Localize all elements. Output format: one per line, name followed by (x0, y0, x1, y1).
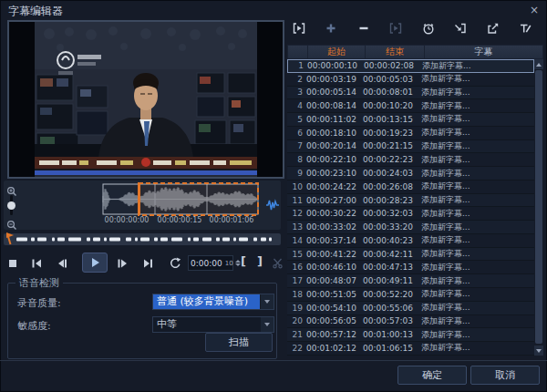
table-row[interactable]: 1400:00:37:1400:00:40:23添加新字幕... (287, 234, 534, 248)
time-value: 0:00:00 (191, 259, 222, 268)
subtitle-text-options-icon[interactable] (518, 21, 532, 36)
next-frame-button[interactable] (117, 258, 129, 269)
row-subtitle-text[interactable]: 添加新字幕... (421, 194, 534, 206)
timeline-scrubber[interactable] (4, 233, 281, 245)
subtitle-toolbar (292, 19, 532, 37)
row-subtitle-text[interactable]: 添加新字幕... (421, 140, 534, 152)
table-row[interactable]: 100:00:00:1000:00:02:08添加新字幕... (287, 59, 534, 73)
time-stepper[interactable] (235, 260, 241, 266)
play-button[interactable] (82, 253, 108, 273)
audio-waveform[interactable] (16, 182, 264, 216)
row-number: 17 (287, 276, 306, 285)
scrollbar-thumb[interactable] (535, 70, 542, 344)
scroll-up-icon[interactable] (534, 59, 543, 69)
slider-handle[interactable] (7, 201, 15, 210)
row-end-time: 00:00:47:13 (363, 263, 421, 272)
chevron-down-icon[interactable] (261, 317, 274, 332)
table-row[interactable]: 400:00:08:1400:00:10:20添加新字幕... (287, 99, 534, 113)
row-subtitle-text[interactable]: 添加新字幕... (421, 234, 534, 246)
table-row[interactable]: 700:00:20:1400:00:21:15添加新字幕... (287, 140, 534, 154)
row-subtitle-text[interactable]: 添加新字幕... (421, 262, 534, 273)
waveform-zoom-slider[interactable] (10, 195, 13, 215)
row-start-time: 00:00:24:22 (306, 182, 363, 191)
cancel-button[interactable]: 取消 (470, 366, 540, 385)
import-subtitle-file-icon[interactable] (453, 21, 468, 36)
row-subtitle-text[interactable]: 添加新字幕... (421, 302, 534, 314)
row-subtitle-text[interactable]: 添加新字幕... (421, 222, 534, 233)
table-row[interactable]: 2000:00:56:0500:00:57:03添加新字幕... (287, 315, 534, 329)
table-row[interactable]: 1900:00:54:1000:00:55:06添加新字幕... (287, 302, 534, 315)
row-subtitle-text[interactable]: 添加新字幕... (421, 87, 534, 98)
delete-subtitle-icon[interactable] (356, 21, 371, 36)
row-subtitle-text[interactable]: 添加新字幕... (421, 73, 534, 85)
row-end-time: 00:00:13:15 (363, 115, 421, 124)
table-row[interactable]: 300:00:05:1400:00:08:01添加新字幕... (287, 87, 534, 100)
row-number: 16 (287, 263, 306, 272)
table-row[interactable]: 500:00:11:0200:00:13:15添加新字幕... (287, 113, 534, 127)
cut-scissors-icon[interactable] (272, 257, 284, 269)
row-start-time: 00:00:23:10 (306, 169, 363, 178)
table-row[interactable]: 1800:00:51:0500:00:52:20添加新字幕... (287, 288, 534, 302)
row-subtitle-text[interactable]: 添加新字幕... (421, 275, 534, 287)
scroll-down-icon[interactable] (534, 346, 543, 356)
previous-frame-button[interactable] (57, 258, 68, 269)
sensitivity-select[interactable]: 中等 (152, 316, 274, 333)
row-subtitle-text[interactable]: 添加新字幕... (421, 315, 534, 327)
row-subtitle-text[interactable]: 添加新字幕... (421, 288, 534, 300)
table-row[interactable]: 900:00:23:1000:00:24:03添加新字幕... (287, 167, 534, 181)
sensitivity-label: 敏感度: (17, 319, 51, 333)
row-subtitle-text[interactable]: 添加新字幕... (421, 168, 534, 180)
mark-out-button[interactable]: ] (257, 254, 263, 268)
row-subtitle-text[interactable]: 添加新字幕... (421, 248, 534, 260)
table-row[interactable]: 1200:00:30:2200:00:32:03添加新字幕... (287, 207, 534, 221)
adjust-time-clock-icon[interactable] (421, 21, 436, 36)
row-subtitle-text[interactable]: 添加新字幕... (421, 329, 534, 341)
row-end-time: 00:00:55:06 (363, 304, 421, 313)
waveform-selection[interactable] (139, 183, 258, 215)
scan-button[interactable]: 扫描 (205, 333, 273, 352)
row-subtitle-text[interactable]: 添加新字幕... (421, 113, 534, 125)
table-row[interactable]: 1100:00:27:0000:00:28:23添加新字幕... (287, 194, 534, 208)
table-row[interactable]: 1000:00:24:2200:00:26:08添加新字幕... (287, 181, 534, 194)
zoom-out-icon[interactable] (6, 217, 17, 228)
play-selected-range-icon[interactable] (292, 21, 306, 36)
repeat-icon[interactable] (168, 256, 181, 270)
mark-in-button[interactable]: [ (241, 254, 246, 268)
table-row[interactable]: 200:00:03:1900:00:05:03添加新字幕... (287, 73, 534, 87)
table-row[interactable]: 1300:00:33:0200:00:33:20添加新字幕... (287, 221, 534, 234)
export-subtitle-file-icon[interactable] (486, 21, 501, 36)
row-number: 6 (287, 129, 306, 138)
add-subtitle-icon[interactable] (324, 21, 338, 36)
ok-button[interactable]: 确定 (397, 366, 467, 385)
current-time-display[interactable]: 0:00:00 10 (188, 255, 233, 271)
table-row[interactable]: 1700:00:48:0700:00:49:11添加新字幕... (287, 274, 534, 288)
table-row[interactable]: 600:00:18:1000:00:19:23添加新字幕... (287, 127, 534, 140)
table-row[interactable]: 1500:00:41:2200:00:42:11添加新字幕... (287, 248, 534, 262)
row-subtitle-text[interactable]: 添加新字幕... (421, 154, 534, 166)
go-to-start-button[interactable] (31, 258, 43, 269)
row-subtitle-text[interactable]: 添加新字幕... (421, 100, 534, 112)
table-scrollbar[interactable] (534, 59, 543, 356)
row-number: 14 (287, 236, 306, 245)
table-row[interactable]: 2200:01:02:1200:01:06:15添加新字幕... (287, 342, 534, 356)
table-row[interactable]: 2100:00:57:1200:01:00:13添加新字幕... (287, 328, 534, 342)
row-subtitle-text[interactable]: 添加新字幕... (422, 60, 533, 72)
table-row[interactable]: 800:00:22:1000:00:22:23添加新字幕... (287, 153, 534, 167)
row-end-time: 00:00:40:23 (363, 236, 421, 245)
row-subtitle-text[interactable]: 添加新字幕... (421, 181, 534, 192)
go-to-end-button[interactable] (142, 258, 154, 269)
row-number: 4 (287, 101, 306, 110)
row-subtitle-text[interactable]: 添加新字幕... (421, 342, 534, 354)
audio-wave-icon[interactable] (265, 198, 280, 212)
stop-button[interactable] (7, 258, 18, 269)
play-selected-range-disabled-icon[interactable] (388, 21, 403, 36)
close-icon[interactable]: × (527, 3, 542, 17)
news-ticker (35, 157, 257, 169)
row-subtitle-text[interactable]: 添加新字幕... (421, 127, 534, 139)
row-start-time: 00:00:57:12 (306, 330, 363, 339)
row-subtitle-text[interactable]: 添加新字幕... (421, 208, 534, 220)
table-row[interactable]: 1600:00:46:1000:00:47:13添加新字幕... (287, 261, 534, 274)
recording-quality-select[interactable]: 普通 (较多背景噪音) (152, 294, 274, 310)
chevron-down-icon[interactable] (261, 294, 274, 309)
recording-quality-label: 录音质量: (17, 296, 61, 310)
